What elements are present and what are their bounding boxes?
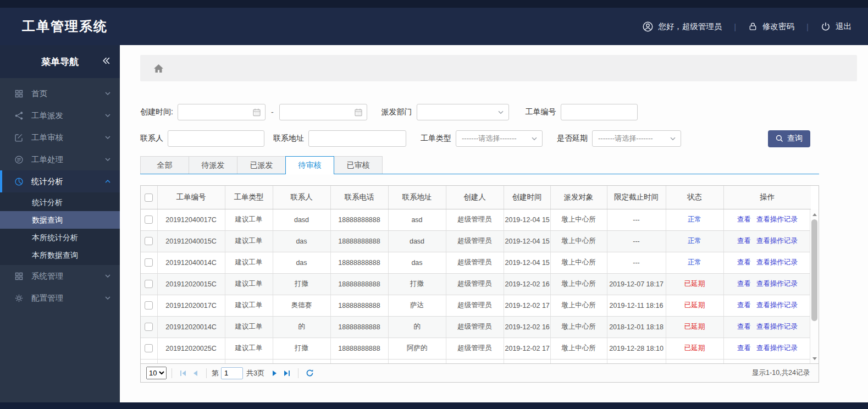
column-header: 状态 xyxy=(666,186,723,209)
status-text: 已延期 xyxy=(684,323,705,330)
refresh-button[interactable] xyxy=(303,367,316,379)
cell-order-no: 201912040015C xyxy=(157,230,225,252)
order-no-input[interactable] xyxy=(561,104,638,120)
user-greeting[interactable]: 您好，超级管理员 xyxy=(643,21,722,32)
logout-link[interactable]: 退出 xyxy=(821,21,852,32)
row-checkbox[interactable] xyxy=(145,258,153,267)
cell-dispatch-target: 墩上中心所 xyxy=(550,252,607,273)
view-records-link[interactable]: 查看操作记录 xyxy=(756,258,798,266)
select-all-checkbox[interactable] xyxy=(145,194,153,202)
table-row: 201912040014C建议工单das18888888888das超级管理员2… xyxy=(141,252,811,273)
sidebar-subitem-office-stats-analysis[interactable]: 本所统计分析 xyxy=(0,229,120,246)
sidebar-subitem-data-query[interactable]: 数据查询 xyxy=(0,211,120,229)
is-delayed-value: -------请选择------- xyxy=(598,134,653,143)
app-title: 工单管理系统 xyxy=(22,18,108,35)
table-row: 201912020025C建议工单打撒18888888888阿萨的超级管理员20… xyxy=(141,338,811,359)
column-header: 创建人 xyxy=(446,186,504,209)
cell-created-time: 2019-12-04 15 xyxy=(504,209,550,230)
view-link[interactable]: 查看 xyxy=(737,280,751,288)
first-page-button[interactable] xyxy=(177,367,189,379)
view-link[interactable]: 查看 xyxy=(737,323,751,330)
sidebar-item-order-process[interactable]: 工单处理 xyxy=(0,148,120,170)
view-link[interactable]: 查看 xyxy=(737,237,751,245)
cell-address: 萨达 xyxy=(388,295,446,316)
view-records-link[interactable]: 查看操作记录 xyxy=(756,301,798,309)
table-scrollbar[interactable] xyxy=(810,209,819,363)
row-checkbox[interactable] xyxy=(145,323,153,331)
order-type-select[interactable]: -------请选择------- xyxy=(456,130,543,147)
column-header: 联系电话 xyxy=(330,186,388,209)
main-content: 创建时间: - 派发部门 xyxy=(120,45,868,402)
tab-reviewed[interactable]: 已审核 xyxy=(334,156,383,174)
sidebar-subitem-office-data-query[interactable]: 本所数据查询 xyxy=(0,246,120,264)
row-checkbox[interactable] xyxy=(145,344,153,352)
address-input[interactable] xyxy=(308,130,406,147)
created-to-input[interactable] xyxy=(279,104,367,120)
view-link[interactable]: 查看 xyxy=(737,215,751,223)
view-records-link[interactable]: 查看操作记录 xyxy=(756,344,798,352)
app-window: 工单管理系统 您好，超级管理员 | 修改密码 | 退出 xyxy=(0,0,868,409)
page-input[interactable] xyxy=(221,367,243,379)
row-checkbox[interactable] xyxy=(145,301,153,309)
home-icon[interactable] xyxy=(153,64,164,73)
view-records-link[interactable]: 查看操作记录 xyxy=(756,215,798,223)
last-page-button[interactable] xyxy=(281,367,293,379)
cell-phone: 18888888888 xyxy=(330,252,388,273)
scroll-down-icon[interactable] xyxy=(810,355,819,362)
tab-dispatched[interactable]: 已派发 xyxy=(237,156,286,174)
created-time-label: 创建时间: xyxy=(140,107,173,117)
cell-created-time: 2019-12-02 17 xyxy=(504,338,550,359)
dispatch-dept-select[interactable] xyxy=(417,104,509,120)
cell-created-time: 2019-12-04 15 xyxy=(504,230,550,252)
tab-to-review[interactable]: 待审核 xyxy=(285,156,334,174)
cell-creator: 超级管理员 xyxy=(446,338,504,359)
orders-table: 工单编号工单类型联系人联系电话联系地址创建人创建时间派发对象限定截止时间状态操作… xyxy=(141,186,811,364)
view-records-link[interactable]: 查看操作记录 xyxy=(756,323,798,330)
view-records-link[interactable]: 查看操作记录 xyxy=(756,237,798,245)
view-link[interactable]: 查看 xyxy=(737,344,751,352)
row-checkbox[interactable] xyxy=(145,237,153,245)
cell-phone: 18888888888 xyxy=(330,209,388,230)
collapse-sidebar-icon[interactable] xyxy=(102,57,111,68)
sidebar-item-order-dispatch[interactable]: 工单派发 xyxy=(0,104,120,126)
sidebar-item-config-mgmt[interactable]: 配置管理 xyxy=(0,287,120,309)
table-row: 201912020015C建议工单打撒18888888888打撒超级管理员201… xyxy=(141,273,811,295)
sidebar-item-system-mgmt[interactable]: 系统管理 xyxy=(0,265,120,287)
sidebar-item-stats-analysis[interactable]: 统计分析 xyxy=(0,170,120,192)
sidebar-item-order-review[interactable]: 工单审核 xyxy=(0,126,120,148)
contact-input[interactable] xyxy=(168,130,264,147)
cell-address: dasd xyxy=(388,230,446,252)
share-icon xyxy=(13,110,24,121)
next-page-button[interactable] xyxy=(269,367,281,379)
search-button-label: 查询 xyxy=(787,134,803,143)
column-header: 派发对象 xyxy=(550,186,607,209)
lock-icon xyxy=(748,21,758,31)
change-password-link[interactable]: 修改密码 xyxy=(748,21,794,32)
scroll-up-icon[interactable] xyxy=(810,211,819,218)
page-prefix-label: 第 xyxy=(212,368,219,378)
cell-contact: 打撒 xyxy=(273,338,330,359)
tab-to-dispatch[interactable]: 待派发 xyxy=(189,156,237,174)
status-text: 正常 xyxy=(688,215,701,223)
tab-all[interactable]: 全部 xyxy=(140,156,189,174)
prev-page-button[interactable] xyxy=(189,367,201,379)
total-pages-label: 共3页 xyxy=(246,368,264,378)
view-link[interactable]: 查看 xyxy=(737,258,751,266)
order-no-label: 工单编号 xyxy=(526,107,556,117)
sidebar-item-home[interactable]: 首页 xyxy=(0,82,120,104)
row-checkbox[interactable] xyxy=(145,215,153,224)
cell-created-time: 2019-12-02 16 xyxy=(504,316,550,338)
is-delayed-select[interactable]: -------请选择------- xyxy=(592,130,681,147)
row-checkbox[interactable] xyxy=(145,280,153,288)
view-records-link[interactable]: 查看操作记录 xyxy=(756,280,798,288)
view-link[interactable]: 查看 xyxy=(737,301,751,309)
cell-order-type: 建议工单 xyxy=(225,230,273,252)
search-button[interactable]: 查询 xyxy=(768,130,810,147)
scrollbar-thumb[interactable] xyxy=(811,219,817,321)
cell-order-type: 建议工单 xyxy=(225,295,273,316)
sidebar-subitem-stats-analysis[interactable]: 统计分析 xyxy=(0,194,120,211)
created-from-input[interactable] xyxy=(178,104,266,120)
page-size-select[interactable]: 10 xyxy=(146,367,167,379)
cell-creator: 超级管理员 xyxy=(446,209,504,230)
date-range-separator: - xyxy=(271,108,274,117)
